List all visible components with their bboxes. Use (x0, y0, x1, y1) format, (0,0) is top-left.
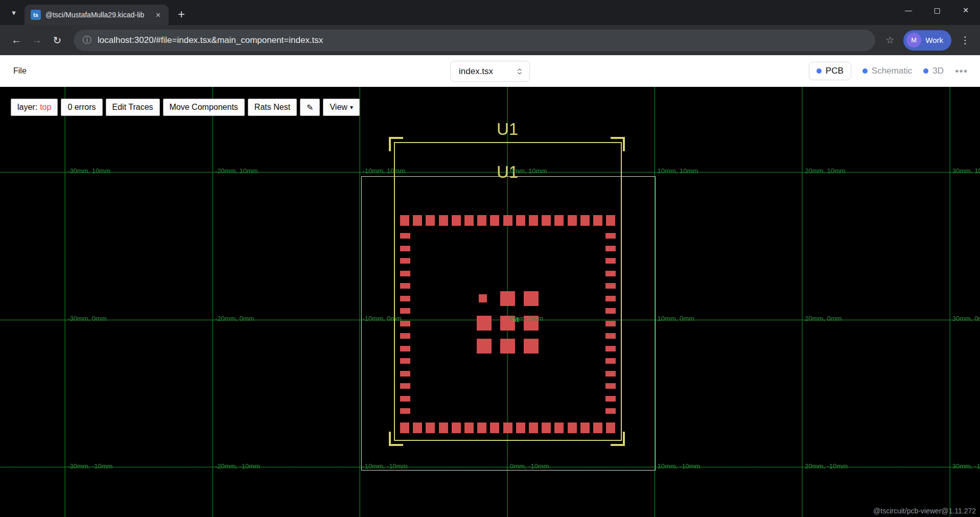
pcb-pad[interactable] (605, 346, 616, 351)
pcb-pad[interactable] (413, 422, 422, 433)
pcb-pad[interactable] (605, 233, 616, 239)
tab-close-button[interactable]: ✕ (153, 10, 164, 20)
pcb-pad[interactable] (400, 358, 410, 364)
pcb-pad[interactable] (400, 258, 410, 264)
pcb-pad[interactable] (605, 396, 616, 402)
url-text[interactable]: localhost:3020/#file=index.tsx&main_comp… (98, 35, 323, 45)
pcb-pad[interactable] (400, 271, 410, 276)
browser-menu-icon[interactable]: ⋮ (958, 34, 973, 46)
pcb-pad[interactable] (400, 296, 410, 301)
pcb-pad[interactable] (605, 283, 616, 289)
pcb-pad[interactable] (400, 408, 410, 414)
file-menu[interactable]: File (13, 66, 27, 76)
pcb-pad[interactable] (477, 339, 492, 354)
pcb-pad[interactable] (605, 408, 616, 414)
pcb-pad[interactable] (524, 339, 539, 354)
profile-button[interactable]: M Work (903, 30, 951, 51)
pcb-pad[interactable] (490, 422, 499, 433)
pcb-pad[interactable] (400, 371, 410, 377)
edit-traces-button[interactable]: Edit Traces (106, 99, 160, 116)
pcb-pad[interactable] (529, 215, 538, 226)
tab-3d[interactable]: 3D (923, 66, 944, 76)
pcb-pad[interactable] (464, 215, 474, 226)
pcb-viewer-canvas[interactable]: layer: top 0 errors Edit Traces Move Com… (0, 87, 980, 517)
site-info-icon[interactable]: ⓘ (83, 34, 91, 46)
pcb-pad[interactable] (605, 296, 616, 301)
pcb-pad[interactable] (477, 215, 486, 226)
pcb-pad[interactable] (400, 396, 410, 402)
pcb-pad[interactable] (452, 422, 461, 433)
view-menu-button[interactable]: View ▾ (323, 99, 359, 116)
pcb-pad[interactable] (568, 422, 577, 433)
browser-tab[interactable]: ts @tsci/MustafaMulla29.kicad-lib ✕ (25, 5, 169, 25)
pcb-pad[interactable] (606, 422, 615, 433)
close-button[interactable]: ✕ (951, 0, 980, 20)
pcb-pad[interactable] (500, 291, 515, 306)
pcb-pad[interactable] (500, 339, 515, 354)
minimize-button[interactable]: — (894, 0, 923, 20)
pcb-pad[interactable] (400, 215, 409, 226)
pcb-pad[interactable] (580, 422, 590, 433)
pcb-pad[interactable] (400, 383, 410, 389)
pcb-pad[interactable] (605, 358, 616, 364)
pcb-pad[interactable] (400, 346, 410, 351)
pcb-pad[interactable] (568, 215, 577, 226)
pcb-pad[interactable] (400, 333, 410, 339)
pcb-pad[interactable] (400, 283, 410, 289)
pcb-pad[interactable] (605, 258, 616, 264)
tab-search-button[interactable]: ▾ (5, 4, 22, 21)
bookmark-star-icon[interactable]: ☆ (885, 34, 894, 46)
pcb-pad[interactable] (516, 215, 525, 226)
new-tab-button[interactable]: + (173, 6, 190, 23)
pcb-pad[interactable] (439, 422, 448, 433)
pcb-pad[interactable] (605, 321, 616, 326)
address-bar[interactable]: ⓘ localhost:3020/#file=index.tsx&main_co… (74, 30, 875, 51)
layer-button[interactable]: layer: top (11, 99, 58, 116)
more-options-button[interactable]: ••• (955, 65, 968, 77)
pcb-pad[interactable] (542, 215, 551, 226)
pcb-pad[interactable] (606, 215, 615, 226)
pcb-pad[interactable] (516, 422, 525, 433)
pcb-pad[interactable] (477, 422, 486, 433)
pcb-pad[interactable] (477, 316, 492, 331)
edit-tool-button[interactable]: ✎ (300, 99, 320, 116)
tab-pcb[interactable]: PCB (809, 62, 851, 80)
pcb-pad[interactable] (503, 215, 512, 226)
pcb-pad[interactable] (400, 246, 410, 251)
pcb-pad[interactable] (400, 233, 410, 239)
errors-button[interactable]: 0 errors (61, 99, 102, 116)
pcb-pad[interactable] (605, 246, 616, 251)
component-select[interactable]: index.tsx (450, 61, 530, 82)
pcb-pad[interactable] (524, 291, 539, 306)
pcb-pad[interactable] (464, 422, 474, 433)
maximize-button[interactable]: ▢ (923, 0, 951, 20)
pcb-pad[interactable] (605, 333, 616, 339)
pcb-pad[interactable] (554, 422, 564, 433)
pcb-pad[interactable] (605, 271, 616, 276)
pcb-pad[interactable] (452, 215, 461, 226)
pcb-pad[interactable] (426, 422, 435, 433)
pcb-pad[interactable] (503, 422, 512, 433)
pcb-pad[interactable] (479, 294, 487, 302)
reload-button[interactable]: ↻ (48, 31, 66, 50)
pcb-pad[interactable] (490, 215, 499, 226)
pcb-pad[interactable] (426, 215, 435, 226)
back-button[interactable]: ← (7, 31, 26, 50)
pcb-pad[interactable] (605, 371, 616, 377)
pcb-pad[interactable] (413, 215, 422, 226)
pcb-pad[interactable] (439, 215, 448, 226)
pcb-pad[interactable] (605, 383, 616, 389)
pcb-pad[interactable] (400, 308, 410, 314)
pcb-pad[interactable] (400, 321, 410, 326)
pcb-pad[interactable] (605, 308, 616, 314)
rats-nest-button[interactable]: Rats Nest (248, 99, 297, 116)
pcb-pad[interactable] (593, 215, 602, 226)
pcb-pad[interactable] (554, 215, 564, 226)
pcb-pad[interactable] (400, 422, 409, 433)
pcb-pad[interactable] (580, 215, 590, 226)
pcb-pad[interactable] (593, 422, 602, 433)
pcb-pad[interactable] (529, 422, 538, 433)
pcb-pad[interactable] (542, 422, 551, 433)
move-components-button[interactable]: Move Components (163, 99, 245, 116)
tab-schematic[interactable]: Schematic (862, 66, 912, 76)
